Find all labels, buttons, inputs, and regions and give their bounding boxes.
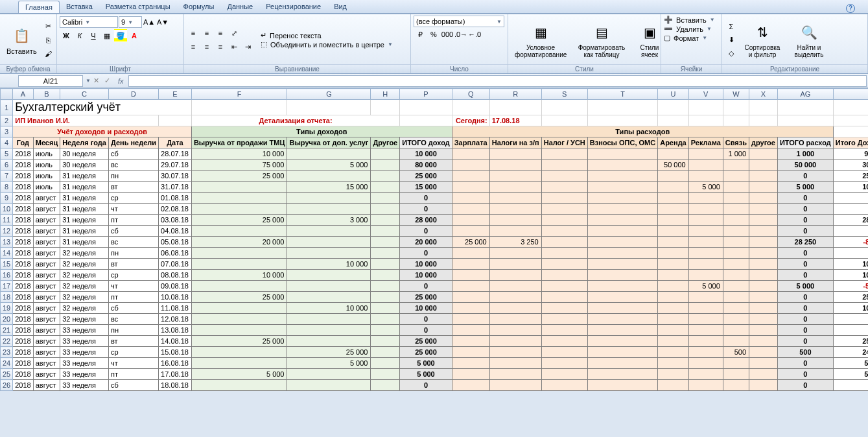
col-header[interactable]: F: [191, 89, 287, 100]
hdr-salary: Зарплата: [452, 137, 489, 148]
percent-icon[interactable]: %: [427, 28, 440, 41]
align-right-icon[interactable]: ≡: [214, 40, 227, 53]
namebox-arrow-icon[interactable]: ▼: [86, 78, 91, 84]
table-row: 62018июль30 неделявс29.07.1875 0005 0008…: [1, 159, 869, 171]
inc-decimal-icon[interactable]: .0→: [454, 28, 467, 41]
format-cells-button[interactable]: ▢ Формат▼: [664, 34, 719, 42]
table-row: 82018июль31 неделявт31.07.1815 00015 000…: [1, 182, 869, 193]
fill-icon[interactable]: ⬇: [725, 34, 738, 47]
col-header[interactable]: U: [658, 89, 689, 100]
align-left-icon[interactable]: ≡: [187, 40, 200, 53]
border-icon[interactable]: ▦: [100, 29, 113, 42]
sort-filter-button[interactable]: ⇅Сортировка и фильтр: [739, 21, 786, 60]
indent-inc-icon[interactable]: ⇥: [241, 40, 254, 53]
col-header[interactable]: Q: [452, 89, 489, 100]
table-row: 252018август33 неделяпт17.08.185 0005 00…: [1, 369, 869, 380]
delete-icon: ➖: [664, 25, 673, 33]
bold-button[interactable]: Ж: [60, 29, 73, 42]
autosum-icon[interactable]: Σ: [725, 20, 738, 33]
currency-icon[interactable]: ₽: [414, 28, 427, 41]
wrap-text-button[interactable]: ↵ Перенос текста: [261, 31, 393, 40]
orientation-icon[interactable]: ⤢: [228, 27, 240, 40]
merge-button[interactable]: ⬚ Объединить и поместить в центре▼: [261, 40, 393, 49]
align-middle-icon[interactable]: ≡: [200, 27, 213, 40]
group-number-label: Число: [411, 64, 508, 73]
table-row: 182018август32 неделяпт10.08.1825 00025 …: [1, 292, 869, 303]
table-row: 122018август31 неделясб04.08.18000: [1, 226, 869, 237]
col-header[interactable]: G: [287, 89, 371, 100]
col-header[interactable]: X: [749, 89, 778, 100]
col-header[interactable]: H: [371, 89, 400, 100]
col-header[interactable]: V: [688, 89, 723, 100]
col-header[interactable]: AG: [777, 89, 833, 100]
enter-icon[interactable]: ✓: [104, 77, 110, 85]
ribbon-tabs: ГлавнаяВставкаРазметка страницыФормулыДа…: [0, 0, 868, 14]
col-header[interactable]: E: [159, 89, 192, 100]
comma-icon[interactable]: 000: [441, 28, 454, 41]
group-font-label: Шрифт: [57, 64, 183, 73]
hdr-totexp: ИТОГО расход: [777, 137, 833, 148]
cut-icon[interactable]: ✂: [42, 20, 55, 33]
underline-button[interactable]: Ч: [87, 29, 100, 42]
font-name-combo[interactable]: Calibri▼: [60, 16, 118, 28]
col-header[interactable]: C: [60, 89, 109, 100]
grow-font-icon[interactable]: A▲: [143, 16, 156, 29]
wrap-icon: ↵: [261, 31, 266, 40]
find-select-button[interactable]: 🔍Найти и выделить: [787, 21, 831, 60]
hdr-adv: Реклама: [688, 137, 723, 148]
name-box[interactable]: AI21: [18, 75, 83, 87]
col-header[interactable]: W: [723, 89, 749, 100]
col-header[interactable]: P: [400, 89, 452, 100]
conditional-format-button[interactable]: ▦Условное форматирование: [511, 21, 570, 60]
col-header[interactable]: D: [108, 89, 158, 100]
align-bottom-icon[interactable]: ≡: [214, 27, 227, 40]
help-icon[interactable]: ?: [846, 4, 855, 13]
group-cells-label: Ячейки: [661, 64, 721, 73]
italic-button[interactable]: К: [73, 29, 86, 42]
tab-3[interactable]: Формулы: [177, 1, 221, 13]
spreadsheet-grid[interactable]: ABCDEFGHPQRSTUVWXAGAHAI1Бухгалтерский уч…: [0, 88, 868, 391]
fill-color-icon[interactable]: 🪣: [114, 29, 127, 42]
font-size-combo[interactable]: 9▼: [119, 16, 142, 28]
col-header[interactable]: R: [489, 89, 541, 100]
tab-5[interactable]: Рецензирование: [259, 1, 327, 13]
copy-icon[interactable]: ⎘: [42, 34, 55, 47]
format-painter-icon[interactable]: 🖌: [42, 47, 55, 60]
col-header[interactable]: B: [33, 89, 60, 100]
font-color-icon[interactable]: A: [128, 29, 141, 42]
subtitle: ИП Иванов И.И.: [13, 115, 159, 126]
paste-button[interactable]: 📋 Вставить: [3, 24, 41, 56]
col-header[interactable]: AH: [833, 89, 868, 100]
select-all[interactable]: [1, 89, 13, 100]
shrink-font-icon[interactable]: A▼: [156, 16, 169, 29]
align-top-icon[interactable]: ≡: [187, 27, 200, 40]
tab-6[interactable]: Вид: [327, 1, 353, 13]
format-table-button[interactable]: ▤Форматировать как таблицу: [572, 21, 631, 60]
indent-dec-icon[interactable]: ⇤: [228, 40, 240, 53]
merge-icon: ⬚: [261, 40, 267, 49]
delete-cells-button[interactable]: ➖ Удалить▼: [664, 25, 719, 33]
fx-icon[interactable]: fx: [118, 77, 124, 85]
insert-cells-button[interactable]: ➕ Вставить▼: [664, 16, 719, 24]
hdr-totinc: ИТОГО доход: [400, 137, 452, 148]
col-header[interactable]: S: [541, 89, 587, 100]
tab-4[interactable]: Данные: [220, 1, 259, 13]
number-format-combo[interactable]: (все форматы)▼: [414, 16, 504, 27]
cancel-icon[interactable]: ✕: [93, 77, 99, 85]
hdr-rev2: Выручка от доп. услуг: [287, 137, 371, 148]
col-header[interactable]: A: [13, 89, 33, 100]
col-header[interactable]: T: [587, 89, 657, 100]
group-styles-label: Стили: [508, 64, 661, 73]
formula-input[interactable]: [128, 75, 867, 87]
today-date: 17.08.18: [489, 115, 541, 126]
tab-1[interactable]: Вставка: [60, 1, 99, 13]
row-header[interactable]: 1: [1, 100, 13, 115]
table-row: 212018август33 неделяпн13.08.18000: [1, 325, 869, 336]
dec-decimal-icon[interactable]: ←.0: [468, 28, 481, 41]
table-row: 112018август31 неделяпт03.08.1825 0003 0…: [1, 215, 869, 226]
tab-2[interactable]: Разметка страницы: [99, 1, 177, 13]
clear-icon[interactable]: ◇: [725, 47, 738, 60]
hdr-dow: День недели: [108, 137, 158, 148]
align-center-icon[interactable]: ≡: [200, 40, 213, 53]
tab-0[interactable]: Главная: [18, 1, 60, 13]
